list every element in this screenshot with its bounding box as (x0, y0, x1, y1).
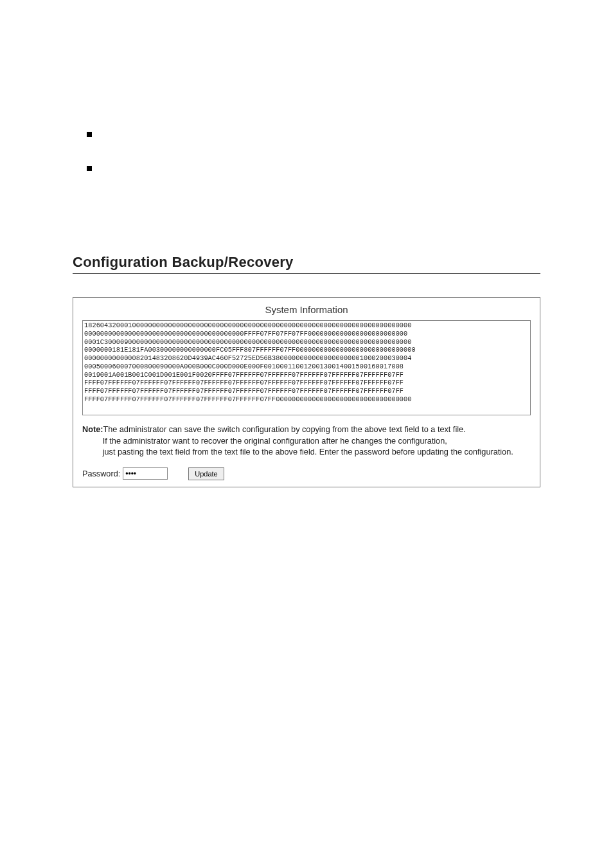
bullet-marker (87, 132, 92, 137)
config-backup-panel: Configuration Backup/Recovery System Inf… (73, 254, 540, 487)
password-label: Password: (82, 469, 120, 478)
system-info-box: System Information Note:The administrato… (73, 297, 540, 487)
intro-bullets (87, 132, 92, 200)
bullet-marker (87, 166, 92, 171)
config-dump-textarea[interactable] (82, 320, 531, 415)
note-line-1: The administrator can save the switch co… (103, 425, 465, 434)
note-line-3: just pasting the text field from the tex… (103, 448, 513, 457)
note-block: Note:The administrator can save the swit… (73, 424, 540, 458)
note-line-2: If the administrator want to recover the… (103, 437, 447, 446)
update-button[interactable]: Update (188, 467, 224, 480)
system-info-header: System Information (73, 298, 540, 320)
page-title: Configuration Backup/Recovery (73, 254, 540, 271)
note-label: Note: (82, 425, 103, 434)
password-row: Password: Update (73, 467, 540, 480)
title-underline (73, 273, 540, 274)
dump-wrap (73, 320, 540, 424)
title-block: Configuration Backup/Recovery (73, 254, 540, 274)
password-input[interactable] (123, 467, 168, 480)
